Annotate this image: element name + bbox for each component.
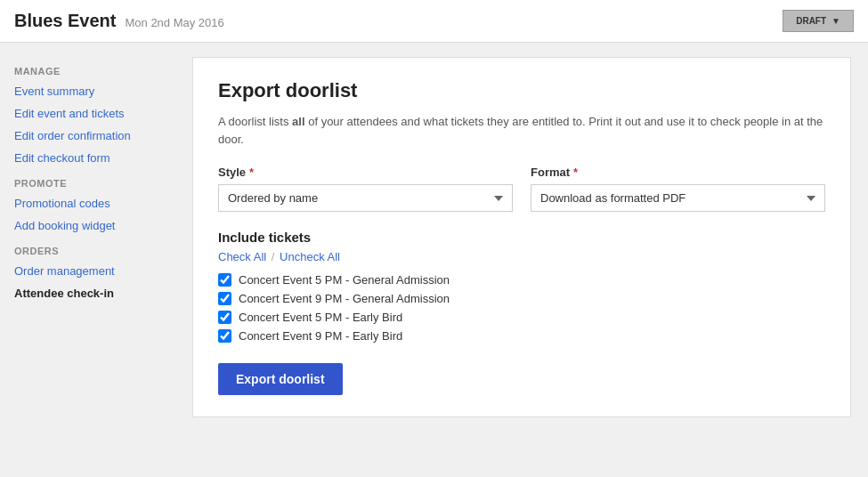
separator: / xyxy=(272,250,278,263)
header: Blues Event Mon 2nd May 2016 DRAFT ▼ xyxy=(0,0,868,43)
ticket-item: Concert Event 5 PM - Early Bird xyxy=(218,308,825,327)
ticket-checkbox-1[interactable] xyxy=(218,273,231,287)
form-row: Style * Ordered by name Ordered by ticke… xyxy=(218,166,825,212)
ticket-item: Concert Event 5 PM - General Admission xyxy=(218,271,825,289)
style-required: * xyxy=(249,166,254,179)
event-date: Mon 2nd May 2016 xyxy=(125,16,223,29)
ticket-item: Concert Event 9 PM - General Admission xyxy=(218,289,825,308)
sidebar-item-edit-checkout-form[interactable]: Edit checkout form xyxy=(0,147,178,169)
sidebar-item-order-management[interactable]: Order management xyxy=(0,260,178,282)
style-group: Style * Ordered by name Ordered by ticke… xyxy=(218,166,513,212)
uncheck-all-link[interactable]: Uncheck All xyxy=(280,250,340,263)
ticket-list: Concert Event 5 PM - General Admission C… xyxy=(218,271,825,345)
sidebar: MANAGE Event summary Edit event and tick… xyxy=(0,43,178,477)
style-label: Style * xyxy=(218,166,513,179)
sidebar-item-add-booking-widget[interactable]: Add booking widget xyxy=(0,214,178,237)
sidebar-item-edit-order-confirmation[interactable]: Edit order confirmation xyxy=(0,125,178,147)
include-tickets-label: Include tickets xyxy=(218,230,825,245)
ticket-item: Concert Event 9 PM - Early Bird xyxy=(218,327,825,345)
ticket-label-4: Concert Event 9 PM - Early Bird xyxy=(239,329,402,343)
draft-label: DRAFT xyxy=(796,16,826,26)
card-title: Export doorlist xyxy=(218,79,825,102)
check-all-link[interactable]: Check All xyxy=(218,250,266,263)
export-doorlist-button[interactable]: Export doorlist xyxy=(218,363,343,395)
ticket-label-1: Concert Event 5 PM - General Admission xyxy=(239,273,450,287)
manage-section-label: MANAGE xyxy=(0,57,178,80)
ticket-label-3: Concert Event 5 PM - Early Bird xyxy=(239,311,402,324)
ticket-checkbox-4[interactable] xyxy=(218,329,231,343)
sidebar-section-promote: PROMOTE Promotional codes Add booking wi… xyxy=(0,169,178,237)
format-required: * xyxy=(573,166,578,179)
card-description: A doorlist lists all of your attendees a… xyxy=(218,113,825,148)
orders-section-label: ORDERS xyxy=(0,237,178,260)
desc-prefix: A doorlist lists xyxy=(218,115,292,128)
sidebar-item-attendee-check-in[interactable]: Attendee check-in xyxy=(0,282,178,304)
event-title: Blues Event xyxy=(14,11,116,31)
ticket-checkbox-3[interactable] xyxy=(218,311,231,324)
sidebar-section-manage: MANAGE Event summary Edit event and tick… xyxy=(0,57,178,169)
desc-suffix: of your attendees and what tickets they … xyxy=(218,115,823,146)
export-doorlist-card: Export doorlist A doorlist lists all of … xyxy=(192,57,851,417)
format-label: Format * xyxy=(531,166,825,179)
desc-bold: all xyxy=(292,115,304,128)
draft-button[interactable]: DRAFT ▼ xyxy=(783,10,854,32)
promote-section-label: PROMOTE xyxy=(0,169,178,192)
format-select[interactable]: Download as formatted PDF Download as CS… xyxy=(531,184,825,212)
draft-arrow-icon: ▼ xyxy=(831,16,840,26)
sidebar-section-orders: ORDERS Order management Attendee check-i… xyxy=(0,237,178,304)
ticket-checkbox-2[interactable] xyxy=(218,292,231,305)
sidebar-item-promotional-codes[interactable]: Promotional codes xyxy=(0,192,178,214)
header-left: Blues Event Mon 2nd May 2016 xyxy=(14,11,224,31)
check-all-row: Check All / Uncheck All xyxy=(218,250,825,263)
main-content: Export doorlist A doorlist lists all of … xyxy=(178,43,868,477)
layout: MANAGE Event summary Edit event and tick… xyxy=(0,43,868,477)
format-group: Format * Download as formatted PDF Downl… xyxy=(531,166,825,212)
style-select[interactable]: Ordered by name Ordered by ticket xyxy=(218,184,513,212)
sidebar-item-edit-event-tickets[interactable]: Edit event and tickets xyxy=(0,102,178,125)
ticket-label-2: Concert Event 9 PM - General Admission xyxy=(239,292,450,305)
sidebar-item-event-summary[interactable]: Event summary xyxy=(0,80,178,102)
